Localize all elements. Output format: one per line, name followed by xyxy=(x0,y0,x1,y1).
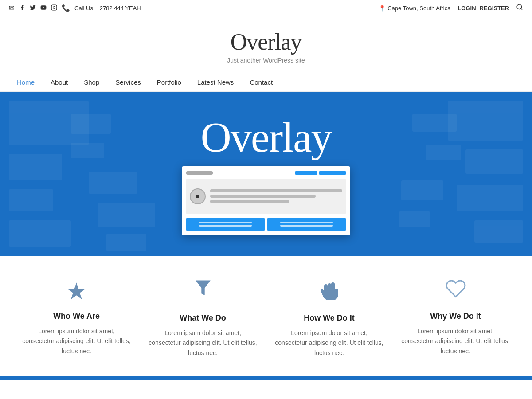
mock-footer-line-1 xyxy=(199,222,251,223)
location: 📍 Cape Town, South Africa xyxy=(379,5,450,12)
instagram-icon[interactable] xyxy=(51,4,57,12)
feature-text-how: Lorem ipsum dolor sit amet, consectetur … xyxy=(275,328,383,358)
facebook-icon[interactable] xyxy=(19,4,25,12)
mock-address-bar xyxy=(186,171,213,175)
mock-footer-block-1 xyxy=(186,218,265,231)
hero-title: Overlay xyxy=(200,113,331,162)
nav-list: Home About Shop Services Portfolio Lates… xyxy=(9,73,523,91)
nav-item-services[interactable]: Services xyxy=(107,73,149,91)
nav-link-portfolio[interactable]: Portfolio xyxy=(149,73,189,91)
mock-browser-bar xyxy=(186,171,346,175)
nav-item-portfolio[interactable]: Portfolio xyxy=(149,73,189,91)
nav-link-latest-news[interactable]: Latest News xyxy=(189,73,242,91)
feature-what-we-do: What We Do Lorem ipsum dolor sit amet, c… xyxy=(144,278,262,358)
feature-title-how: How We Do It xyxy=(275,313,383,323)
filter-icon xyxy=(149,278,257,306)
hero-content: Overlay xyxy=(182,113,350,235)
nav-link-services[interactable]: Services xyxy=(107,73,149,91)
top-bar-right: 📍 Cape Town, South Africa LOGIN REGISTER xyxy=(379,4,523,12)
nav-item-shop[interactable]: Shop xyxy=(76,73,107,91)
mock-avatar xyxy=(190,188,206,204)
location-pin-icon: 📍 xyxy=(379,5,386,12)
feature-text-why: Lorem ipsum dolor sit amet, consectetur … xyxy=(401,326,510,356)
mock-line-1 xyxy=(210,189,342,192)
mock-footer-line-2 xyxy=(199,225,251,227)
mock-browser-footer xyxy=(186,218,346,231)
mock-footer-block-2 xyxy=(267,218,346,231)
feature-why-we-do: Why We Do It Lorem ipsum dolor sit amet,… xyxy=(397,278,514,358)
mock-browser-body xyxy=(186,179,346,214)
top-bar-left: ✉ 📞 Call Us: +2782 444 YEAH xyxy=(9,4,141,12)
site-tagline: Just another WordPress site xyxy=(9,57,523,64)
feature-text-what: Lorem ipsum dolor sit amet, consectetur … xyxy=(149,328,257,358)
hero-banner: Overlay xyxy=(0,92,532,256)
hand-icon xyxy=(275,278,383,306)
phone-number: Call Us: +2782 444 YEAH xyxy=(74,5,141,12)
nav-link-shop[interactable]: Shop xyxy=(76,73,107,91)
feature-title-what: What We Do xyxy=(149,313,257,323)
feature-text-who: Lorem ipsum dolor sit amet, consectetur … xyxy=(22,326,131,356)
mock-browser-illustration xyxy=(182,166,350,235)
auth-links: LOGIN REGISTER xyxy=(458,5,509,12)
main-nav: Home About Shop Services Portfolio Lates… xyxy=(0,73,532,92)
top-bar: ✉ 📞 Call Us: +2782 444 YEAH 📍 Cape Town,… xyxy=(0,0,532,16)
mock-btn-2 xyxy=(319,171,346,175)
location-text: Cape Town, South Africa xyxy=(387,5,450,12)
nav-link-contact[interactable]: Contact xyxy=(242,73,281,91)
nav-item-about[interactable]: About xyxy=(43,73,76,91)
nav-item-latest-news[interactable]: Latest News xyxy=(189,73,242,91)
feature-who-we-are: ★ Who We Are Lorem ipsum dolor sit amet,… xyxy=(18,278,135,358)
twitter-icon[interactable] xyxy=(30,4,36,12)
login-link[interactable]: LOGIN xyxy=(458,5,476,12)
star-icon: ★ xyxy=(22,278,131,305)
svg-line-4 xyxy=(521,8,522,10)
mock-footer-line-3 xyxy=(280,222,332,223)
email-icon[interactable]: ✉ xyxy=(9,4,15,12)
feature-title-who: Who We Are xyxy=(22,312,131,321)
mock-text-lines xyxy=(210,189,342,203)
mock-dot xyxy=(196,195,200,198)
feature-how-we-do: How We Do It Lorem ipsum dolor sit amet,… xyxy=(270,278,388,358)
nav-link-home[interactable]: Home xyxy=(9,73,43,91)
feature-title-why: Why We Do It xyxy=(401,312,510,321)
site-title[interactable]: Overlay xyxy=(9,29,523,55)
mock-line-2 xyxy=(210,195,316,198)
mock-nav-buttons xyxy=(295,171,346,175)
mock-footer-line-4 xyxy=(280,225,332,227)
mock-line-3 xyxy=(210,200,289,203)
svg-rect-1 xyxy=(51,5,57,10)
mock-btn-1 xyxy=(295,171,317,175)
site-header: Overlay Just another WordPress site xyxy=(0,16,532,73)
nav-item-contact[interactable]: Contact xyxy=(242,73,281,91)
nav-item-home[interactable]: Home xyxy=(9,73,43,91)
youtube-icon[interactable] xyxy=(40,4,47,12)
phone-icon: 📞 xyxy=(62,4,70,12)
search-icon[interactable] xyxy=(516,4,523,12)
heart-icon xyxy=(401,278,510,305)
register-link[interactable]: REGISTER xyxy=(480,5,509,12)
svg-point-3 xyxy=(517,4,522,9)
nav-link-about[interactable]: About xyxy=(43,73,76,91)
bottom-bar xyxy=(0,376,532,380)
features-section: ★ Who We Are Lorem ipsum dolor sit amet,… xyxy=(0,256,532,376)
